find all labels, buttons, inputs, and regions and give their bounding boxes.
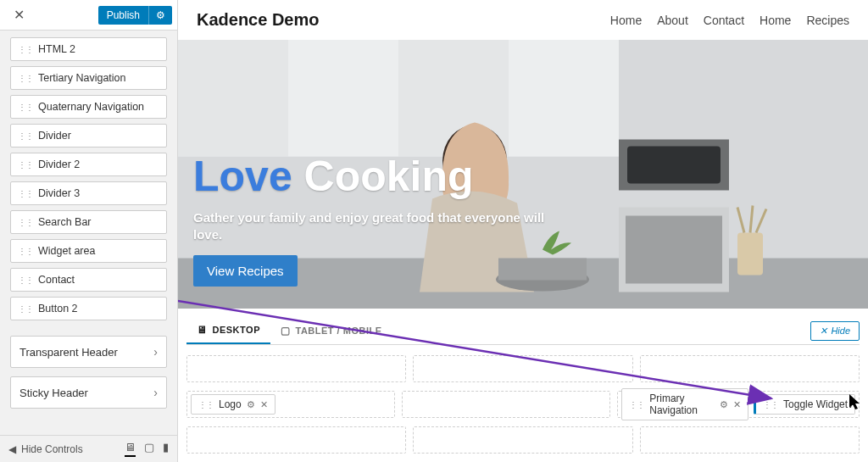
nav-link[interactable]: Contact [704, 14, 744, 27]
hero-title-accent: Love [193, 153, 292, 200]
tablet-icon: ▢ [281, 325, 291, 337]
chip-label: Logo [219, 398, 242, 410]
drag-icon: ⋮⋮ [18, 218, 33, 227]
item-label: Quaternary Navigation [38, 101, 144, 113]
section-transparent-header[interactable]: Transparent Header › [10, 336, 167, 368]
svg-rect-5 [509, 40, 619, 157]
mobile-icon[interactable]: ▮ [163, 441, 169, 457]
drag-icon: ⋮⋮ [18, 131, 33, 141]
device-preview-switcher: 🖥 ▢ ▮ [125, 441, 169, 457]
desktop-icon[interactable]: 🖥 [125, 441, 136, 457]
slot-top-center[interactable] [413, 355, 632, 382]
item-label: Contact [38, 274, 75, 286]
drag-icon: ⋮⋮ [198, 400, 214, 409]
chip-toggle-widget-area[interactable]: ⋮⋮ Toggle Widget Area [754, 394, 855, 415]
slot-top-right[interactable] [640, 355, 860, 382]
nav-link[interactable]: Recipes [806, 14, 849, 27]
gear-icon[interactable]: ⚙ [247, 399, 255, 410]
hero-content: Love Cooking Gather your family and enjo… [193, 155, 549, 287]
slot-top-left[interactable] [186, 355, 406, 382]
hide-builder-button[interactable]: ✕ Hide [810, 321, 860, 341]
builder-row-main: ⋮⋮ Logo ⚙ ✕ ⋮⋮ Primary Navigation ⚙ ✕ [186, 391, 860, 418]
section-label: Transparent Header [19, 346, 118, 359]
chip-logo[interactable]: ⋮⋮ Logo ⚙ ✕ [191, 394, 275, 415]
slot-bottom-center[interactable] [413, 426, 632, 454]
available-item-widget-area[interactable]: ⋮⋮Widget area [10, 239, 167, 263]
available-item-divider[interactable]: ⋮⋮Divider [10, 124, 167, 148]
hero-section: Love Cooking Gather your family and enjo… [178, 40, 868, 309]
drag-icon: ⋮⋮ [18, 103, 33, 112]
nav-link[interactable]: Home [610, 14, 642, 27]
svg-rect-11 [737, 233, 763, 276]
svg-rect-2 [178, 40, 288, 157]
tab-desktop[interactable]: 🖥 DESKTOP [186, 317, 270, 344]
hero-title: Love Cooking [193, 155, 549, 198]
svg-rect-8 [627, 147, 721, 184]
hide-label: Hide [831, 326, 850, 336]
chevron-right-icon: › [153, 386, 158, 399]
close-icon: ✕ [820, 326, 827, 337]
close-icon[interactable]: ✕ [733, 399, 741, 410]
slot-bottom-left[interactable] [186, 426, 406, 454]
available-item-html2[interactable]: ⋮⋮HTML 2 [10, 37, 167, 61]
sidebar-topbar: ✕ Publish ⚙ [0, 0, 177, 31]
site-nav: Home About Contact Home Recipes [610, 14, 849, 27]
chip-label: Primary Navigation [649, 392, 715, 416]
drag-icon: ⋮⋮ [18, 45, 33, 54]
close-icon[interactable]: ✕ [8, 5, 30, 25]
gear-icon[interactable]: ⚙ [720, 399, 728, 410]
site-title: Kadence Demo [197, 10, 320, 30]
available-item-search-bar[interactable]: ⋮⋮Search Bar [10, 210, 167, 234]
publish-button[interactable]: Publish [98, 6, 148, 25]
svg-rect-10 [626, 216, 722, 284]
slot-main-center[interactable] [402, 391, 610, 418]
section-label: Sticky Header [19, 387, 88, 399]
hero-subtitle: Gather your family and enjoy great food … [193, 209, 549, 244]
builder-tabs: 🖥 DESKTOP ▢ TABLET / MOBILE ✕ Hide [186, 317, 860, 345]
hero-cta-button[interactable]: View Recipes [193, 255, 298, 287]
available-item-divider3[interactable]: ⋮⋮Divider 3 [10, 181, 167, 205]
nav-link[interactable]: Home [760, 14, 791, 27]
drag-icon: ⋮⋮ [18, 74, 33, 83]
drag-icon: ⋮⋮ [763, 400, 778, 409]
slot-main-left[interactable]: ⋮⋮ Logo ⚙ ✕ [186, 391, 395, 418]
svg-rect-3 [288, 40, 398, 157]
customizer-sidebar: ✕ Publish ⚙ ⋮⋮HTML 2 ⋮⋮Tertiary Navigati… [0, 0, 178, 462]
available-item-quaternary-nav[interactable]: ⋮⋮Quaternary Navigation [10, 95, 167, 119]
available-item-button2[interactable]: ⋮⋮Button 2 [10, 297, 167, 320]
chip-primary-navigation[interactable]: ⋮⋮ Primary Navigation ⚙ ✕ [621, 388, 748, 420]
drag-icon: ⋮⋮ [629, 400, 644, 409]
available-item-tertiary-nav[interactable]: ⋮⋮Tertiary Navigation [10, 66, 167, 90]
builder-row-bottom [186, 426, 860, 454]
drag-icon: ⋮⋮ [18, 247, 33, 256]
item-label: Button 2 [38, 303, 78, 314]
hide-controls-button[interactable]: ◀ Hide Controls [8, 443, 83, 455]
site-header: Kadence Demo Home About Contact Home Rec… [178, 0, 868, 40]
item-label: Divider 3 [38, 187, 80, 199]
slot-bottom-right[interactable] [640, 426, 860, 454]
builder-row-top [186, 355, 860, 382]
header-builder: 🖥 DESKTOP ▢ TABLET / MOBILE ✕ Hide [178, 309, 868, 462]
desktop-icon: 🖥 [197, 324, 208, 336]
tab-tablet-mobile[interactable]: ▢ TABLET / MOBILE [270, 318, 392, 343]
close-icon[interactable]: ✕ [260, 399, 268, 410]
section-sticky-header[interactable]: Sticky Header › [10, 376, 167, 409]
drag-icon: ⋮⋮ [18, 276, 33, 285]
slot-main-right[interactable]: ⋮⋮ Primary Navigation ⚙ ✕ ⋮⋮ Toggle Widg… [617, 391, 860, 418]
item-label: Divider 2 [38, 159, 80, 170]
chip-label: Toggle Widget Area [783, 398, 855, 410]
tablet-icon[interactable]: ▢ [144, 441, 154, 457]
drag-icon: ⋮⋮ [18, 304, 33, 314]
sidebar-footer: ◀ Hide Controls 🖥 ▢ ▮ [0, 435, 177, 462]
preview-pane: Kadence Demo Home About Contact Home Rec… [178, 0, 868, 462]
gear-icon[interactable]: ⚙ [148, 6, 172, 25]
chevron-right-icon: › [153, 345, 158, 359]
drag-icon: ⋮⋮ [18, 189, 33, 198]
available-item-contact[interactable]: ⋮⋮Contact [10, 268, 167, 292]
available-item-divider2[interactable]: ⋮⋮Divider 2 [10, 153, 167, 176]
item-label: HTML 2 [38, 43, 75, 55]
available-items-list: ⋮⋮HTML 2 ⋮⋮Tertiary Navigation ⋮⋮Quatern… [0, 31, 177, 324]
drag-icon: ⋮⋮ [18, 160, 33, 170]
hero-title-rest: Cooking [304, 153, 474, 200]
nav-link[interactable]: About [657, 14, 688, 27]
